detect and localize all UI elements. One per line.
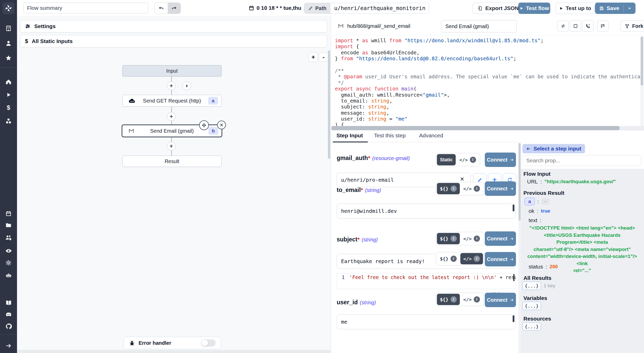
github-icon[interactable]	[5, 323, 12, 330]
tab-advanced[interactable]: Advanced	[419, 132, 443, 139]
folder-icon[interactable]	[5, 222, 12, 229]
export-json-button[interactable]: Export JSON	[473, 3, 524, 14]
message-code-line: 'Feel free to check out the latest repor…	[347, 273, 516, 289]
collapse-arrow-icon[interactable]	[5, 342, 12, 349]
users-gear-icon[interactable]	[5, 234, 12, 241]
add-step-button[interactable]	[167, 81, 176, 90]
save-dropdown-button[interactable]	[624, 3, 635, 14]
fork-button[interactable]: Fork	[620, 20, 644, 32]
user-icon[interactable]	[5, 40, 12, 47]
tab-test-this-step[interactable]: Test this step	[374, 132, 406, 139]
canvas-h-scrollbar[interactable]	[17, 350, 331, 353]
dollar-icon[interactable]: $	[5, 104, 12, 111]
badge-a[interactable]: a	[524, 198, 535, 205]
cubes-icon[interactable]	[5, 117, 12, 125]
connect-button[interactable]: Connect	[485, 231, 516, 246]
divider	[331, 130, 644, 130]
windmill-logo-icon[interactable]	[3, 2, 14, 14]
mode-expr[interactable]: ${}i	[437, 253, 460, 264]
flow-summary-input[interactable]	[23, 3, 148, 13]
star-icon[interactable]	[5, 54, 12, 62]
code-editor[interactable]: import * as wmill from "https://deno.lan…	[335, 38, 640, 127]
mode-static[interactable]: Static	[437, 154, 456, 165]
discord-icon[interactable]	[5, 311, 12, 318]
clear-icon[interactable]: ×	[460, 176, 464, 183]
home-icon[interactable]	[5, 78, 12, 86]
connect-button[interactable]: Connect	[485, 181, 516, 196]
flow-settings-button[interactable]: Settings	[20, 20, 327, 32]
resources-title: Resources	[523, 316, 551, 322]
text-key-row[interactable]: text :	[529, 217, 544, 223]
eye-icon[interactable]	[5, 247, 12, 254]
mode-expr[interactable]: ${}i	[437, 233, 460, 244]
form-scrollbar[interactable]	[519, 143, 521, 221]
add-step-button[interactable]	[167, 112, 176, 121]
canvas-scrollbar[interactable]	[328, 51, 330, 159]
code-v-scrollbar[interactable]	[641, 37, 643, 86]
play-icon[interactable]	[5, 91, 12, 98]
gear-icon[interactable]	[5, 259, 12, 266]
search-prop-input[interactable]	[522, 155, 641, 166]
save-split-button: Save	[595, 3, 635, 14]
building-icon[interactable]	[5, 25, 12, 32]
connect-button[interactable]: Connect	[485, 252, 516, 266]
calendar-icon[interactable]	[5, 210, 12, 217]
undo-button[interactable]	[155, 3, 168, 14]
all-results-pill[interactable]: {...}	[522, 282, 541, 290]
path-button[interactable]: Path	[304, 3, 331, 13]
mode-javascript[interactable]: </>i	[456, 154, 479, 165]
arrow-right-icon	[510, 237, 514, 241]
mode-expr[interactable]: ${}i	[437, 183, 460, 194]
step-title-input[interactable]	[441, 20, 517, 32]
connect-button[interactable]: Connect	[485, 153, 516, 167]
message-code-editor[interactable]: 1 'Feel free to check out the latest rep…	[337, 273, 516, 289]
connect-button[interactable]: Connect	[485, 293, 516, 307]
call-button[interactable]	[582, 20, 594, 32]
flag-button[interactable]	[597, 20, 608, 32]
fork-icon	[625, 24, 630, 29]
flow-input-url-row[interactable]: URL : "https://earthquake.usgs.gov/"	[527, 179, 616, 185]
error-handler-toggle[interactable]	[201, 339, 216, 347]
mode-javascript[interactable]: </>i	[460, 294, 483, 305]
sidebar-divider	[0, 68, 17, 68]
flow-node-get-request[interactable]: HTTP Send GET Request (http) a	[122, 95, 222, 107]
save-button[interactable]: Save	[595, 3, 623, 14]
schedule-text: 0 10 18 * * tue,thu	[257, 5, 301, 11]
schedule-summary[interactable]: 0 10 18 * * tue,thu	[249, 0, 301, 16]
step-badge-b: b	[208, 127, 218, 135]
flow-node-input[interactable]: Input	[122, 65, 222, 77]
ok-row[interactable]: ok : true	[529, 208, 550, 214]
redo-button[interactable]	[168, 3, 181, 14]
delete-node-button[interactable]	[217, 121, 226, 129]
book-icon[interactable]	[5, 299, 12, 306]
mode-expr[interactable]: ${}i	[437, 294, 460, 305]
zoom-out-button[interactable]: -	[319, 53, 328, 62]
error-handler-row[interactable]: Error handler	[124, 337, 221, 349]
zoom-in-button[interactable]: +	[309, 53, 318, 62]
select-step-input-button[interactable]: Select a step input	[522, 144, 585, 153]
sync-step-button[interactable]	[557, 20, 569, 32]
tab-step-input[interactable]: Step Input	[336, 132, 363, 139]
info-icon: i	[474, 296, 480, 302]
mode-javascript[interactable]: </>i	[460, 183, 483, 194]
previous-result-a-row[interactable]: a : -	[524, 198, 549, 205]
all-static-inputs-button[interactable]: $ All Static Inputs	[20, 35, 327, 47]
variables-pill[interactable]: {...}	[522, 302, 541, 310]
robot-icon[interactable]	[5, 272, 12, 279]
mode-javascript[interactable]: </>i	[460, 233, 483, 244]
user-id-value-input[interactable]	[337, 314, 516, 329]
code-h-scrollbar[interactable]	[331, 126, 620, 130]
flow-node-result[interactable]: Result	[122, 156, 222, 167]
stop-button[interactable]	[570, 20, 581, 32]
add-step-button[interactable]	[167, 142, 176, 150]
move-node-handle[interactable]	[199, 120, 209, 130]
mode-javascript[interactable]: </>i	[460, 253, 483, 264]
status-row[interactable]: status : 200	[529, 264, 558, 270]
gmail-icon	[128, 128, 135, 134]
test-flow-button[interactable]: Test flow	[518, 3, 550, 14]
to-email-value-input[interactable]	[337, 204, 516, 218]
windmill-flow-editor: $	[0, 0, 644, 353]
resources-pill[interactable]: {...}	[522, 322, 541, 331]
path-value[interactable]: u/henri/earthquake_monitorin	[331, 3, 429, 13]
add-trigger-button[interactable]	[182, 81, 191, 90]
